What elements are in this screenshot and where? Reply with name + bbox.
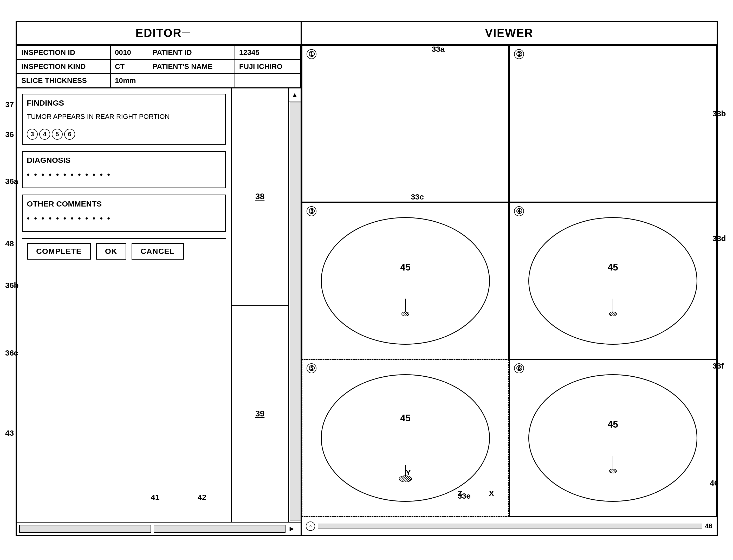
- scroll-up-arrow[interactable]: ▲: [289, 88, 301, 101]
- ref-48-label: 48: [5, 239, 14, 248]
- diagnosis-section: DIAGNOSIS • • • • • • • • • • • •: [22, 151, 226, 188]
- cell-number-6: ⑥: [514, 363, 524, 373]
- scan-circle-3: 45: [321, 217, 490, 345]
- cell-label-6: 45: [608, 419, 618, 430]
- marker-line-3: [405, 299, 405, 312]
- diagnosis-title: DIAGNOSIS: [27, 156, 221, 165]
- scan-circle-5: 45: [321, 374, 490, 502]
- ref-46-label: 46: [705, 522, 712, 530]
- ref-36c-label: 36c: [5, 349, 18, 357]
- patients-name-label: PATIENT'S NAME: [148, 60, 235, 74]
- ref-36b-label: 36b: [5, 281, 19, 290]
- inspection-kind-label: INSPECTION KIND: [17, 60, 111, 74]
- scroll-right-arrow[interactable]: ►: [288, 525, 296, 533]
- cell-label-5: 45: [400, 413, 410, 424]
- ref-33f-label: 33f: [712, 362, 724, 370]
- slice-num-3[interactable]: 3: [27, 129, 38, 140]
- findings-section: FINDINGS TUMOR APPEARS IN REAR RIGHT POR…: [22, 94, 226, 145]
- viewer-bottom-bar: ○ 46: [302, 517, 717, 535]
- ref-X-label: X: [489, 489, 494, 498]
- viewer-cell-6[interactable]: ⑥ 45: [509, 359, 717, 517]
- viewer-cell-1[interactable]: ①: [302, 45, 509, 202]
- marker-line-4: [613, 299, 613, 312]
- cell-number-2: ②: [514, 49, 524, 59]
- cell-number-3: ③: [307, 206, 317, 216]
- complete-button[interactable]: COMPLETE: [27, 243, 91, 260]
- viewer-grid: ① ② ③ 45: [302, 45, 717, 517]
- statusbar-segment-2: [154, 525, 286, 533]
- ref-46-annotation: 46: [710, 479, 718, 487]
- ref-30-line: —: [182, 28, 190, 37]
- ref-37-label: 37: [5, 100, 14, 109]
- other-comments-content: • • • • • • • • • • • •: [27, 211, 221, 227]
- patients-name-value: FUJI ICHIRO: [235, 60, 300, 74]
- viewer-progress[interactable]: [318, 524, 702, 529]
- marker-line-6: [613, 456, 613, 469]
- ref-36a-label: 36a: [5, 177, 18, 186]
- cell-label-4: 45: [608, 262, 618, 273]
- info-table: INSPECTION ID 0010 PATIENT ID 12345 INSP…: [17, 45, 301, 88]
- ref-42-label: 42: [198, 493, 206, 502]
- marker-4: [609, 299, 617, 316]
- scan-circle-4: 45: [528, 217, 697, 345]
- slice-thickness-value: 10mm: [111, 74, 148, 88]
- buttons-row: COMPLETE OK CANCEL: [22, 238, 226, 264]
- inspection-kind-value: CT: [111, 60, 148, 74]
- cell-number-4: ④: [514, 206, 524, 216]
- slice-num-6[interactable]: 6: [64, 129, 75, 140]
- inspection-id-label: INSPECTION ID: [17, 46, 111, 60]
- ref-41-label: 41: [151, 493, 159, 502]
- form-area: FINDINGS TUMOR APPEARS IN REAR RIGHT POR…: [17, 88, 231, 522]
- ref-33d-label: 33d: [712, 234, 726, 243]
- marker-dot-4: [609, 312, 617, 316]
- ref-33c-label: 33c: [411, 192, 424, 201]
- editor-statusbar: ►: [17, 522, 301, 535]
- cancel-button[interactable]: CANCEL: [132, 243, 184, 260]
- ref-Z-label: Z: [458, 489, 462, 498]
- ref-Y-label: Y: [405, 468, 411, 477]
- marker-dot-6: [609, 469, 617, 473]
- editor-scrollbar: ▲: [288, 88, 301, 522]
- marker-3: [401, 299, 409, 316]
- ref-36-label: 36: [5, 130, 14, 139]
- viewer-cell-5[interactable]: ⑤ 45: [302, 359, 509, 517]
- viewer-title: VIEWER: [302, 22, 717, 45]
- patient-id-value: 12345: [235, 46, 300, 60]
- cell-number-1: ①: [307, 49, 317, 59]
- other-comments-section: OTHER COMMENTS • • • • • • • • • • • •: [22, 195, 226, 232]
- scan-circle-6: 45: [528, 374, 697, 502]
- cell-number-5: ⑤: [307, 363, 317, 373]
- side-box-39: 39: [232, 306, 288, 522]
- side-box-38: 38: [232, 88, 288, 306]
- other-comments-title: OTHER COMMENTS: [27, 199, 221, 208]
- marker-dot-3: [401, 312, 409, 316]
- slice-thickness-label: SLICE THICKNESS: [17, 74, 111, 88]
- ref-43-label: 43: [5, 429, 14, 437]
- slice-num-5[interactable]: 5: [52, 129, 63, 140]
- diagnosis-content: • • • • • • • • • • • •: [27, 168, 221, 183]
- ref-33b-label: 33b: [712, 109, 726, 118]
- marker-6: [609, 456, 617, 473]
- patient-id-label: PATIENT ID: [148, 46, 235, 60]
- slice-numbers: 3 4 5 6: [27, 129, 221, 140]
- scroll-track[interactable]: [290, 102, 301, 521]
- side-boxes: 38 39: [231, 88, 288, 522]
- statusbar-segment-1: [19, 525, 151, 533]
- viewer-cell-3[interactable]: ③ 45: [302, 202, 509, 359]
- ok-button[interactable]: OK: [96, 243, 126, 260]
- findings-title: FINDINGS: [27, 99, 221, 107]
- editor-title: EDITOR: [17, 22, 301, 45]
- viewer-cell-4[interactable]: ④ 45: [509, 202, 717, 359]
- editor-panel: EDITOR INSPECTION ID 0010 PATIENT ID 123…: [16, 21, 302, 536]
- slice-num-4[interactable]: 4: [39, 129, 50, 140]
- ref-33a-label: 33a: [431, 45, 445, 54]
- viewer-cell-2[interactable]: ②: [509, 45, 717, 202]
- cell-label-3: 45: [400, 262, 410, 273]
- viewer-panel: VIEWER ① ② ③ 45: [302, 21, 718, 536]
- findings-content: TUMOR APPEARS IN REAR RIGHT PORTION: [27, 111, 221, 126]
- inspection-id-value: 0010: [111, 46, 148, 60]
- viewer-icon[interactable]: ○: [306, 522, 315, 531]
